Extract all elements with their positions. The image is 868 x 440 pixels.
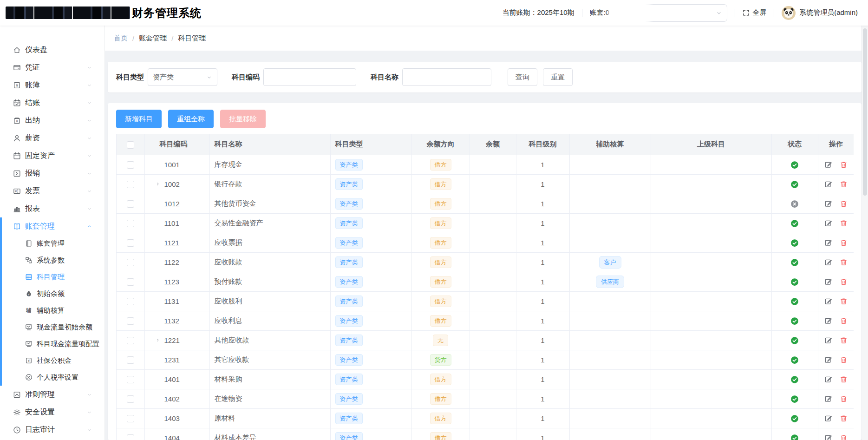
delete-icon[interactable]: [840, 239, 848, 247]
subject-name-input[interactable]: [402, 68, 491, 86]
cell-parent: [651, 272, 771, 291]
breadcrumb-home[interactable]: 首页: [114, 34, 128, 43]
delete-icon[interactable]: [840, 278, 848, 286]
edit-icon[interactable]: [824, 434, 832, 440]
sidebar-item-auxiliary-accounting[interactable]: 辅辅助核算: [0, 302, 104, 319]
row-checkbox[interactable]: [127, 434, 134, 440]
account-set-select[interactable]: [644, 4, 727, 22]
sidebar-item-standards[interactable]: 准则管理: [0, 386, 104, 403]
sidebar-item-account-books-sub[interactable]: 账套管理: [0, 235, 104, 252]
delete-icon[interactable]: [840, 200, 848, 208]
edit-icon[interactable]: [824, 395, 832, 403]
sidebar-item-cashflow-initial-balance[interactable]: 现金流量初始余额: [0, 319, 104, 335]
reset-button[interactable]: 重置: [543, 68, 573, 86]
row-checkbox[interactable]: [127, 356, 134, 364]
sidebar-item-voucher[interactable]: 凭证: [0, 59, 104, 76]
row-checkbox[interactable]: [127, 298, 134, 305]
row-checkbox[interactable]: [127, 376, 134, 383]
row-checkbox[interactable]: [127, 317, 134, 325]
edit-icon[interactable]: [824, 356, 832, 364]
sidebar-item-payroll[interactable]: 薪资: [0, 129, 104, 147]
page-scrollbar-thumb[interactable]: [863, 28, 867, 196]
delete-icon[interactable]: [840, 161, 848, 169]
row-checkbox[interactable]: [127, 181, 134, 188]
subject-code-input[interactable]: [263, 68, 356, 86]
row-checkbox[interactable]: [127, 200, 134, 208]
row-checkbox[interactable]: [127, 278, 134, 286]
select-all-checkbox[interactable]: [127, 141, 134, 149]
sidebar-item-subject-management[interactable]: 科目管理: [0, 269, 104, 285]
row-checkbox[interactable]: [127, 337, 134, 344]
delete-icon[interactable]: [840, 434, 848, 440]
sidebar-item-report[interactable]: 报表: [0, 200, 104, 217]
sidebar-item-invoice[interactable]: ¥发票: [0, 182, 104, 200]
column-header-balance: 余额: [470, 134, 516, 155]
row-checkbox[interactable]: [127, 161, 134, 169]
rebuild-names-button[interactable]: 重组全称: [168, 110, 214, 128]
fullscreen-button[interactable]: 全屏: [743, 8, 766, 17]
edit-icon[interactable]: [824, 375, 832, 383]
cell-parent: [651, 194, 771, 213]
sidebar-item-audit-log[interactable]: 日志审计: [0, 421, 104, 439]
edit-icon[interactable]: [824, 180, 832, 188]
sidebar-item-social-insurance[interactable]: ¥社保公积金: [0, 352, 104, 369]
delete-icon[interactable]: [840, 180, 848, 188]
sidebar-item-dashboard[interactable]: 仪表盘: [0, 41, 104, 59]
status-enabled-icon: [790, 296, 799, 304]
edit-icon[interactable]: [824, 278, 832, 286]
edit-icon[interactable]: [824, 239, 832, 247]
payroll-icon: [13, 134, 21, 142]
sidebar-item-ledger[interactable]: ¥账簿: [0, 76, 104, 94]
expand-row-icon[interactable]: [155, 181, 164, 187]
sidebar-item-expense[interactable]: 报销: [0, 164, 104, 182]
delete-icon[interactable]: [840, 375, 848, 383]
sidebar-item-cashier[interactable]: ¥出纳: [0, 112, 104, 129]
delete-icon[interactable]: [840, 395, 848, 403]
sidebar-item-fixed-assets[interactable]: 固定资产: [0, 147, 104, 164]
page-scrollbar[interactable]: [861, 26, 868, 440]
cell-aux: [569, 155, 651, 174]
cell-direction: 借方: [411, 252, 470, 272]
sidebar-item-system-params[interactable]: 系统参数: [0, 252, 104, 269]
row-checkbox[interactable]: [127, 259, 134, 266]
delete-icon[interactable]: [840, 219, 848, 227]
edit-icon[interactable]: [824, 317, 832, 325]
edit-icon[interactable]: [824, 219, 832, 227]
sidebar-item-closing[interactable]: 结账: [0, 94, 104, 112]
delete-icon[interactable]: [840, 356, 848, 364]
delete-icon[interactable]: [840, 336, 848, 344]
sidebar-item-personal-tax[interactable]: 个人税率设置: [0, 369, 104, 386]
delete-icon[interactable]: [840, 317, 848, 325]
row-checkbox[interactable]: [127, 220, 134, 227]
search-button[interactable]: 查询: [508, 68, 537, 86]
edit-icon[interactable]: [824, 200, 832, 208]
user-menu[interactable]: 系统管理员(admin): [782, 6, 858, 20]
social-icon: ¥: [25, 357, 33, 364]
edit-icon[interactable]: [824, 258, 832, 266]
cell-code: 1401: [144, 369, 209, 389]
edit-icon[interactable]: [824, 414, 832, 422]
cell-direction: 无: [411, 330, 470, 350]
row-checkbox[interactable]: [127, 395, 134, 403]
sidebar-item-subject-cashflow-config[interactable]: 科目现金流量项配置: [0, 335, 104, 352]
cell-level: 1: [516, 272, 569, 291]
subject-type-select[interactable]: 资产类: [148, 68, 217, 86]
badge-客户: 客户: [599, 256, 621, 269]
delete-icon[interactable]: [840, 258, 848, 266]
table-row: 1402在途物资资产类借方1: [117, 389, 854, 408]
row-checkbox[interactable]: [127, 415, 134, 422]
edit-icon[interactable]: [824, 336, 832, 344]
delete-icon[interactable]: [840, 414, 848, 422]
cell-direction: 借方: [411, 213, 470, 233]
edit-icon[interactable]: [824, 161, 832, 169]
batch-remove-button[interactable]: 批量移除: [220, 110, 266, 128]
delete-icon[interactable]: [840, 297, 848, 305]
row-checkbox[interactable]: [127, 239, 134, 247]
expand-row-icon[interactable]: [155, 337, 164, 343]
edit-icon[interactable]: [824, 297, 832, 305]
sidebar-item-initial-balance[interactable]: ¥初始余额: [0, 285, 104, 302]
sidebar-item-account-books[interactable]: 账套管理: [0, 217, 104, 235]
sidebar-item-security[interactable]: 安全设置: [0, 403, 104, 421]
add-subject-button[interactable]: 新增科目: [116, 110, 162, 128]
cell-code: 1132: [144, 311, 209, 330]
